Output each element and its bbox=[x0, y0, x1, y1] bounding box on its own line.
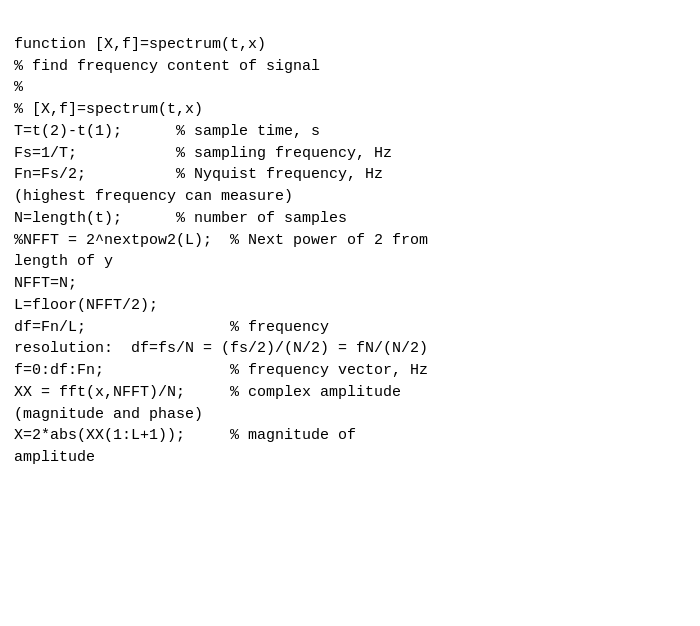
code-line: length of y bbox=[14, 251, 686, 273]
code-line: L=floor(NFFT/2); bbox=[14, 295, 686, 317]
code-line: % [X,f]=spectrum(t,x) bbox=[14, 99, 686, 121]
code-line: f=0:df:Fn; % frequency vector, Hz bbox=[14, 360, 686, 382]
code-line: % bbox=[14, 77, 686, 99]
code-line: %NFFT = 2^nextpow2(L); % Next power of 2… bbox=[14, 230, 686, 252]
code-line: resolution: df=fs/N = (fs/2)/(N/2) = fN/… bbox=[14, 338, 686, 360]
code-line: function [X,f]=spectrum(t,x) bbox=[14, 34, 686, 56]
code-line: (magnitude and phase) bbox=[14, 404, 686, 426]
code-display: function [X,f]=spectrum(t,x)% find frequ… bbox=[0, 0, 700, 626]
code-line: X=2*abs(XX(1:L+1)); % magnitude of bbox=[14, 425, 686, 447]
code-line: NFFT=N; bbox=[14, 273, 686, 295]
code-line: Fs=1/T; % sampling frequency, Hz bbox=[14, 143, 686, 165]
code-line: % find frequency content of signal bbox=[14, 56, 686, 78]
code-line: XX = fft(x,NFFT)/N; % complex amplitude bbox=[14, 382, 686, 404]
code-line: T=t(2)-t(1); % sample time, s bbox=[14, 121, 686, 143]
code-line: Fn=Fs/2; % Nyquist frequency, Hz bbox=[14, 164, 686, 186]
code-line: df=Fn/L; % frequency bbox=[14, 317, 686, 339]
code-line: N=length(t); % number of samples bbox=[14, 208, 686, 230]
code-line: (highest frequency can measure) bbox=[14, 186, 686, 208]
code-line: amplitude bbox=[14, 447, 686, 469]
